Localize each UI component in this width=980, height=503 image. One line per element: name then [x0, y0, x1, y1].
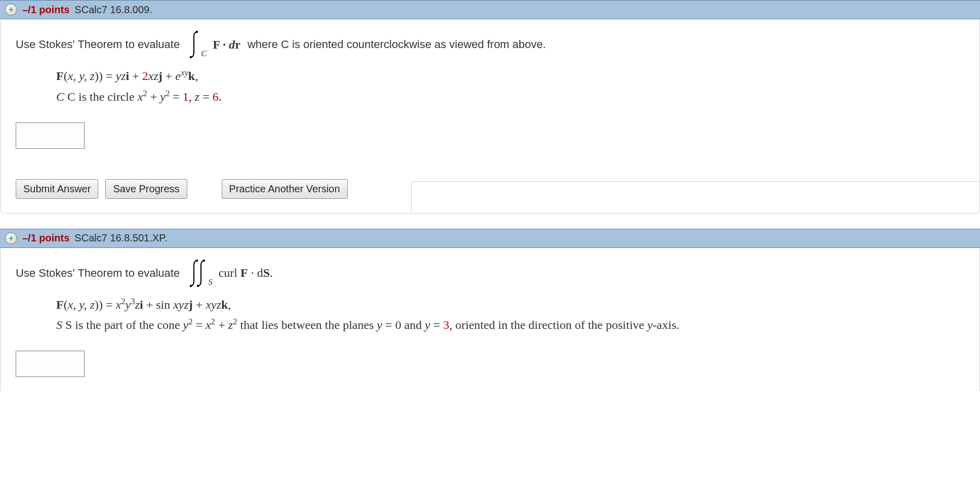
- svg-point-0: [196, 31, 198, 33]
- integrand-text: curl F · dS.: [219, 266, 273, 280]
- surface-line: S S is the part of the cone y2 = x2 + z2…: [56, 315, 964, 336]
- question-header-1: + –/1 points SCalc7 16.8.009.: [0, 0, 980, 19]
- problem-details-2: F(x, y, z)) = x2y3zi + sin xyzj + xyzk, …: [56, 295, 964, 336]
- practice-another-button[interactable]: Practice Another Version: [222, 179, 348, 199]
- svg-point-2: [196, 259, 198, 261]
- answer-input-2[interactable]: [16, 351, 85, 377]
- integral-subscript: S: [208, 277, 213, 287]
- question-body-2: Use Stokes' Theorem to evaluate S curl F…: [0, 248, 980, 392]
- reference-label: SCalc7 16.8.501.XP.: [74, 232, 167, 244]
- svg-point-5: [197, 284, 199, 286]
- integral-subscript: C: [201, 49, 207, 59]
- expand-icon[interactable]: +: [5, 232, 17, 244]
- points-label: –/1 points: [22, 4, 69, 16]
- intro-text: Use Stokes' Theorem to evaluate: [16, 267, 180, 280]
- vector-field-line: F(x, y, z)) = yzi + 2xzj + exyk,: [56, 66, 964, 87]
- integrand-text: F · dr: [213, 38, 240, 52]
- question-prompt-2: Use Stokes' Theorem to evaluate S curl F…: [16, 259, 964, 287]
- vector-field-line: F(x, y, z)) = x2y3zi + sin xyzj + xyzk,: [56, 295, 964, 315]
- svg-point-4: [203, 259, 205, 261]
- question-header-2: + –/1 points SCalc7 16.8.501.XP.: [0, 229, 980, 248]
- panel-divider: [411, 181, 979, 212]
- svg-point-1: [190, 56, 192, 58]
- curve-line: C C is the circle x2 + y2 = 1, z = 6.: [56, 87, 964, 107]
- save-progress-button[interactable]: Save Progress: [105, 179, 187, 199]
- problem-details-1: F(x, y, z)) = yzi + 2xzj + exyk, C C is …: [56, 66, 964, 107]
- intro-text: Use Stokes' Theorem to evaluate: [16, 38, 180, 51]
- integral-symbol: C: [186, 30, 207, 59]
- question-body-1: Use Stokes' Theorem to evaluate C F · dr…: [0, 19, 980, 214]
- reference-label: SCalc7 16.8.009.: [74, 4, 152, 16]
- expand-icon[interactable]: +: [5, 4, 17, 16]
- answer-input-1[interactable]: [16, 122, 85, 149]
- svg-point-3: [190, 284, 192, 286]
- submit-answer-button[interactable]: Submit Answer: [16, 179, 98, 199]
- intro-tail: where C is oriented counterclockwise as …: [248, 38, 546, 51]
- question-prompt-1: Use Stokes' Theorem to evaluate C F · dr…: [16, 30, 964, 59]
- double-integral-symbol: S: [186, 259, 213, 287]
- points-label: –/1 points: [22, 232, 69, 244]
